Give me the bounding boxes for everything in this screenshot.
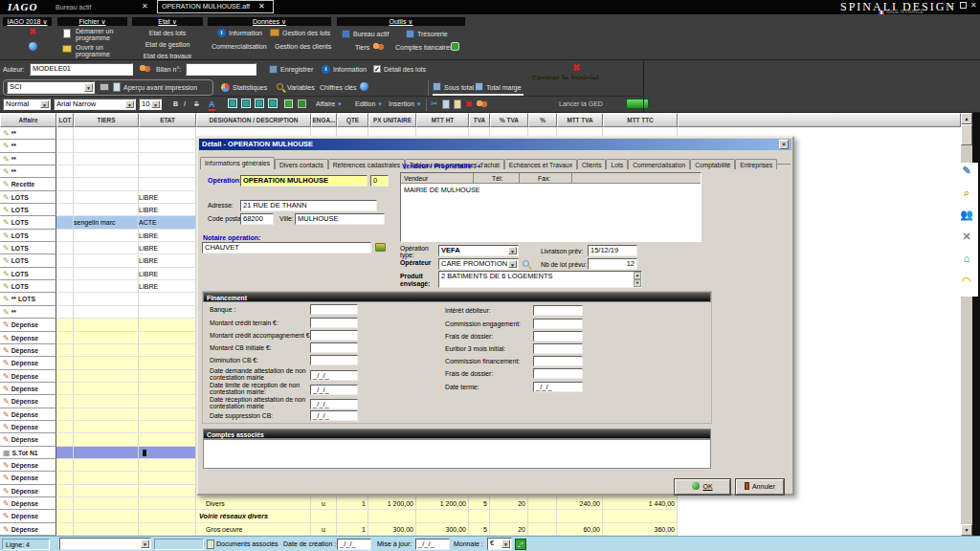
preview-icon[interactable]: [113, 82, 121, 92]
grid-cell[interactable]: [74, 421, 139, 433]
menu-item-etat-travaux[interactable]: Etat des travaux: [131, 53, 204, 59]
financement-input[interactable]: [310, 318, 358, 328]
grid-cell[interactable]: [74, 140, 139, 152]
grid-cell[interactable]: 300,00: [416, 523, 469, 536]
financement-input[interactable]: [533, 368, 583, 379]
minimize-icon[interactable]: –: [948, 1, 953, 11]
grid-cell[interactable]: ✎Dépense: [0, 421, 56, 433]
grid-cell[interactable]: [74, 459, 139, 472]
cut-icon[interactable]: ✂: [431, 99, 438, 108]
column-header-13[interactable]: MTT TTC: [603, 113, 678, 127]
grid-cell[interactable]: [56, 523, 74, 536]
ok-button[interactable]: OK: [675, 479, 730, 495]
operateur-select[interactable]: CARE PROMOTION▼: [438, 258, 519, 270]
folder-search-icon[interactable]: ⌕: [959, 185, 974, 200]
grid-cell[interactable]: [139, 421, 196, 433]
operation-input[interactable]: OPERATION MULHOUSE: [240, 175, 368, 187]
operation-type-select[interactable]: VEFA▼: [438, 245, 519, 256]
font-select[interactable]: Arial Narrow▼: [54, 99, 136, 110]
grid-cell[interactable]: [74, 370, 139, 383]
grid-cell[interactable]: [74, 319, 139, 331]
financement-input[interactable]: [310, 330, 358, 341]
column-header-1[interactable]: LOT: [56, 113, 74, 127]
financement-input[interactable]: [533, 331, 583, 342]
grid-cell[interactable]: [139, 459, 196, 472]
grid-cell[interactable]: [56, 153, 74, 165]
house-icon[interactable]: ⌂: [959, 251, 974, 266]
bilan-input[interactable]: [186, 63, 256, 76]
financement-input[interactable]: _/_/_: [310, 410, 358, 421]
ville-input[interactable]: MULHOUSE: [295, 213, 385, 225]
grid-cell[interactable]: ✎LOTS: [0, 230, 56, 242]
bold-button[interactable]: B: [173, 100, 178, 107]
financement-input[interactable]: _/_/_: [310, 370, 358, 381]
financement-input[interactable]: [533, 305, 583, 316]
grid-cell[interactable]: [56, 268, 74, 280]
scroll-down-icon[interactable]: ▼: [961, 524, 972, 536]
grid-cell[interactable]: [74, 357, 139, 369]
sous-total-button[interactable]: Sous total: [444, 84, 474, 91]
info-icon[interactable]: i: [322, 65, 330, 74]
tresorerie-icon[interactable]: [406, 30, 414, 38]
grid-cell[interactable]: [139, 510, 196, 522]
grid-cell[interactable]: [74, 383, 139, 395]
operation-type-dropdown-icon[interactable]: ▼: [508, 247, 517, 254]
grid-cell[interactable]: [139, 472, 196, 484]
grid-cell[interactable]: [139, 447, 196, 459]
grid-cell[interactable]: ✎Recette: [0, 178, 56, 190]
menu-item-tiers[interactable]: Tiers: [355, 44, 369, 51]
monnaie-select[interactable]: €▼: [487, 538, 512, 550]
produit-textarea[interactable]: 2 BATIMENTS DE 6 LOGEMENTS ▲ ▼: [438, 271, 642, 288]
restore-icon[interactable]: [960, 2, 967, 9]
menu-item-bureau-actif[interactable]: Bureau actif: [353, 31, 389, 37]
grid-cell[interactable]: ✎Dépense: [0, 510, 56, 522]
grid-cell[interactable]: [74, 447, 139, 459]
tab-document-close-icon[interactable]: ✕: [258, 2, 265, 11]
grid-cell[interactable]: [56, 510, 74, 522]
grid-cell[interactable]: ▦S.Tot N1: [0, 447, 56, 459]
total-marge-button[interactable]: Total marge: [486, 84, 522, 91]
grid-cell[interactable]: LIBRE: [139, 204, 196, 216]
notes-icon[interactable]: ✎: [959, 163, 974, 178]
column-header-9[interactable]: TVA: [469, 113, 490, 127]
apercu-button[interactable]: Aperçu avant impression: [123, 84, 197, 91]
grid-cell[interactable]: ✎Dépense: [0, 523, 56, 536]
menu-item-etat-lots[interactable]: Etat des lots: [131, 30, 204, 36]
grid-cell[interactable]: [74, 127, 139, 140]
financement-input[interactable]: [310, 342, 358, 353]
grid-cell[interactable]: [56, 433, 74, 446]
style-select[interactable]: Normal▼: [3, 99, 51, 110]
globe-icon[interactable]: [29, 42, 37, 51]
column-header-12[interactable]: MTT TVA: [557, 113, 603, 127]
grid-cell[interactable]: [337, 510, 368, 522]
grid-cell[interactable]: sengelin marc: [74, 216, 139, 229]
grid-cell[interactable]: [139, 497, 196, 510]
grid-cell[interactable]: ✎Dépense: [0, 370, 56, 383]
grid-cell[interactable]: [139, 153, 196, 165]
grid-cell[interactable]: [56, 497, 74, 510]
menu-item-commercialisation[interactable]: Commercialisation: [212, 43, 267, 50]
expand-icon[interactable]: ⤢: [515, 539, 526, 550]
grid-cell[interactable]: [528, 497, 557, 510]
quit-icon[interactable]: ✖: [29, 27, 36, 36]
open-program-icon[interactable]: [62, 45, 72, 53]
column-header-4[interactable]: DESIGNATION / DESCRIPTION: [196, 113, 311, 127]
grid-cell[interactable]: 5: [469, 497, 490, 510]
menu-item-etat-gestion[interactable]: Etat de gestion: [131, 41, 204, 48]
financement-input[interactable]: _/_/_: [310, 385, 358, 395]
column-header-2[interactable]: TIERS: [74, 113, 139, 127]
grid-cell[interactable]: [74, 242, 139, 254]
grid-cell[interactable]: [74, 254, 139, 267]
grid-cell[interactable]: LIBRE: [139, 254, 196, 267]
grid-cell[interactable]: [139, 357, 196, 369]
grid-cell[interactable]: [528, 510, 557, 522]
grid-cell[interactable]: [139, 433, 196, 446]
grid-cell[interactable]: Divers: [196, 497, 311, 510]
financement-input[interactable]: [533, 319, 583, 329]
grid-cell[interactable]: ✎Dépense: [0, 485, 56, 497]
grid-cell[interactable]: [139, 408, 196, 421]
grid-cell[interactable]: [74, 204, 139, 216]
sci-dropdown-icon[interactable]: ▼: [84, 83, 93, 92]
dialog-tab-informations-g-n-rales[interactable]: Informations générales: [200, 157, 275, 169]
status-dropdown-icon[interactable]: ▼: [141, 540, 149, 548]
